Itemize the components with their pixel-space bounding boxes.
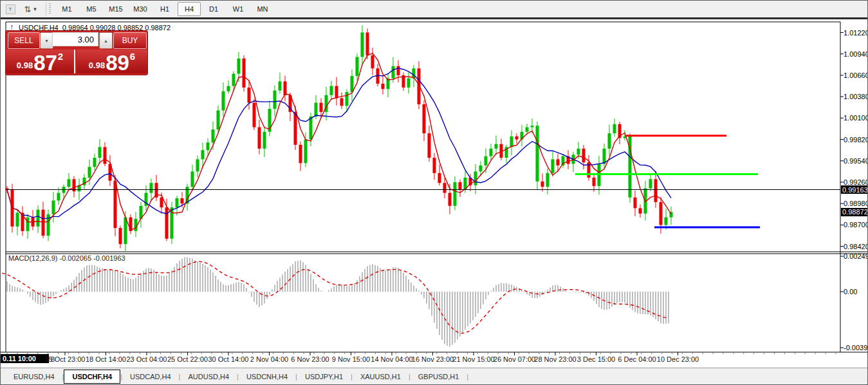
time-tick-label: 23 Oct 04:00 — [127, 355, 167, 363]
sell-price-display[interactable]: 0.98 87 2 — [6, 50, 75, 73]
chart-tab-xauusd[interactable]: XAUUSD,H1 — [353, 370, 409, 383]
candle-body — [546, 173, 549, 187]
candle-body — [207, 142, 210, 150]
candle-body — [654, 179, 658, 202]
candle-body — [16, 212, 19, 226]
timeframe-button-d1[interactable]: D1 — [202, 2, 225, 16]
candle-body — [62, 187, 66, 192]
candle-body — [407, 79, 411, 88]
candle-body — [485, 156, 488, 165]
macd-axis-label: 0.00 — [844, 288, 857, 296]
candle-body — [639, 208, 642, 213]
candle-body — [88, 167, 91, 178]
candle-body — [325, 95, 328, 112]
chart-tab-usdchf[interactable]: USDCHF,H4 — [64, 370, 120, 384]
toolbar-grip-handle[interactable] — [49, 3, 52, 15]
candle-body — [248, 88, 251, 103]
candle-body — [418, 68, 421, 104]
price-tick-label: 0.99540 — [844, 157, 868, 165]
timeframe-button-m1[interactable]: M1 — [55, 2, 78, 16]
chart-tab-eurusd[interactable]: EURUSD,H4 — [6, 370, 62, 383]
candle-body — [21, 212, 24, 230]
candle-body — [335, 86, 338, 99]
timeframe-button-group: M1M5M15M30H1H4D1W1MN — [55, 2, 275, 16]
candle-body — [340, 99, 344, 106]
chart-tab-gbpusd[interactable]: GBPUSD,H1 — [411, 370, 467, 383]
candle-body — [237, 59, 241, 74]
candle-body — [315, 103, 318, 117]
volume-increase-button[interactable]: ▲ — [99, 32, 113, 49]
volume-decrease-button[interactable]: ▼ — [40, 32, 53, 49]
volume-input[interactable]: 3.00 — [52, 32, 98, 46]
price-tick-label: 1.00100 — [844, 114, 868, 122]
candle-body — [73, 179, 76, 191]
candle-body — [289, 95, 292, 112]
candle-body — [294, 112, 297, 145]
timeframe-button-h1[interactable]: H1 — [153, 2, 176, 16]
price-tick-label: 0.98980 — [844, 200, 868, 207]
price-tick-label: 1.00660 — [844, 71, 868, 79]
candle-body — [114, 181, 117, 229]
time-tick-label: 18 Oct 14:00 — [86, 355, 126, 363]
dropdown-caret-icon: ▼ — [32, 6, 37, 12]
chart-tab-usdcad[interactable]: USDCAD,H4 — [122, 370, 179, 383]
candle-body — [582, 149, 586, 162]
candle-body — [42, 210, 45, 236]
candle-body — [52, 200, 55, 214]
candle-body — [500, 144, 503, 158]
buy-button[interactable]: BUY — [113, 32, 147, 49]
time-tick-label: 15 Oct 23:00 — [45, 355, 86, 363]
line-price-box: 0.99163 — [841, 185, 868, 194]
price-tick-label: 0.99820 — [844, 136, 868, 144]
candle-body — [253, 103, 256, 127]
candle-body — [320, 103, 323, 112]
candle-body — [567, 156, 570, 164]
candle-body — [454, 182, 457, 206]
candle-body — [557, 159, 560, 165]
candle-body — [469, 178, 472, 185]
time-tick-label: 21 Nov 15:00 — [452, 355, 494, 363]
timeframe-button-w1[interactable]: W1 — [226, 2, 250, 16]
candle-body — [273, 91, 277, 109]
candle-body — [613, 124, 616, 133]
chart-tab-usdcnh[interactable]: USDCNH,H4 — [239, 370, 295, 383]
time-axis-cursor-box: 0.11 10:00 — [1, 354, 49, 363]
candle-body — [165, 207, 169, 239]
timeframe-button-m15[interactable]: M15 — [104, 2, 127, 16]
timeframe-button-m30[interactable]: M30 — [129, 2, 152, 16]
candle-body — [495, 144, 498, 149]
candle-body — [505, 147, 508, 158]
candle-body — [438, 173, 441, 183]
chart-shift-icon[interactable]: T — [3, 3, 17, 15]
time-tick-label: 14 Nov 04:00 — [371, 355, 412, 363]
candle-body — [479, 165, 483, 171]
candle-body — [510, 136, 513, 147]
candle-body — [459, 182, 462, 190]
candle-body — [598, 164, 601, 186]
candle-body — [366, 33, 369, 56]
buy-price-display[interactable]: 0.98 89 6 — [77, 50, 147, 73]
candle-body — [145, 193, 148, 206]
candle-body — [176, 198, 179, 207]
sell-button[interactable]: SELL — [8, 32, 40, 49]
price-tick-label: 1.00940 — [844, 50, 868, 58]
candle-body — [371, 55, 374, 68]
timeframe-button-mn[interactable]: MN — [251, 2, 274, 16]
price-tick-label: 0.98700 — [844, 221, 868, 229]
candle-body — [423, 104, 426, 133]
candle-body — [26, 218, 30, 231]
candle-body — [618, 124, 622, 138]
candle-body — [37, 210, 40, 227]
chart-tab-usdjpy[interactable]: USDJPY,H1 — [297, 370, 351, 383]
candle-body — [258, 127, 261, 149]
time-tick-label: 6 Nov 23:00 — [291, 355, 329, 363]
price-tick-label: 1.00380 — [844, 93, 868, 100]
chart-tab-audusd[interactable]: AUDUSD,H4 — [180, 370, 237, 383]
toolbar-divider — [1, 17, 868, 19]
timeframe-button-h4[interactable]: H4 — [178, 2, 201, 16]
timeframe-button-m5[interactable]: M5 — [80, 2, 103, 16]
candle-body — [536, 126, 539, 182]
symbol-arrows-icon[interactable]: ⇅ ▼ — [20, 3, 42, 15]
mt4-window: T ⇅ ▼ M1M5M15M30H1H4D1W1MN ↑ USDCHF,H4 0… — [0, 0, 868, 385]
candle-body — [629, 136, 632, 198]
